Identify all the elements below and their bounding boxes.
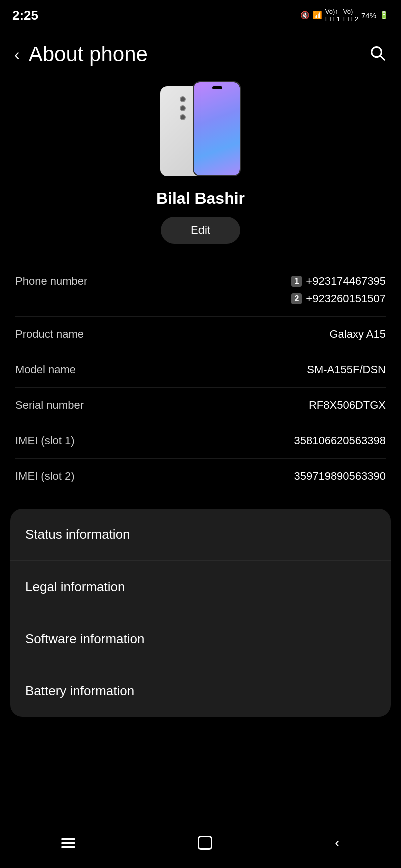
mute-icon: 🔇: [300, 11, 310, 20]
phone-image-area: Bilal Bashir Edit: [0, 76, 401, 254]
phone-front: [193, 81, 241, 176]
imei2-label: IMEI (slot 2): [15, 470, 183, 483]
sim1-badge: 1: [291, 276, 302, 287]
bottom-nav: ‹: [0, 823, 401, 868]
status-time: 2:25: [12, 8, 38, 23]
phone-numbers: 1 +923174467395 2 +923260151507: [291, 275, 386, 305]
recents-icon: [61, 838, 75, 848]
battery-level: 74%: [361, 11, 376, 20]
camera-dot-2: [180, 105, 186, 111]
product-name-value: Galaxy A15: [183, 328, 386, 341]
back-nav-button[interactable]: ‹: [320, 830, 354, 856]
info-row-imei2: IMEI (slot 2) 359719890563390: [15, 459, 386, 494]
status-icons: 🔇 📶 Vo)↑LTE1 Vo)LTE2 74% 🔋: [300, 8, 389, 23]
camera-dot-1: [180, 96, 186, 102]
product-name-label: Product name: [15, 328, 183, 341]
info-row-imei1: IMEI (slot 1) 358106620563398: [15, 423, 386, 459]
phone-graphic: [160, 81, 241, 181]
menu-item-status-label: Status information: [25, 527, 130, 542]
phone-screen: [194, 82, 240, 175]
info-row-serial: Serial number RF8X506DTGX: [15, 388, 386, 423]
info-row-model: Model name SM-A155F/DSN: [15, 352, 386, 388]
menu-item-legal[interactable]: Legal information: [10, 561, 391, 613]
signal-lte1-icon: Vo)↑LTE1: [325, 8, 340, 23]
status-bar: 2:25 🔇 📶 Vo)↑LTE1 Vo)LTE2 74% 🔋: [0, 0, 401, 28]
imei2-value: 359719890563390: [183, 470, 386, 483]
menu-item-battery[interactable]: Battery information: [10, 665, 391, 717]
signal-lte2-icon: Vo)LTE2: [343, 8, 358, 23]
back-nav-icon: ‹: [335, 835, 339, 851]
battery-icon: 🔋: [379, 11, 389, 20]
sim2-row: 2 +923260151507: [291, 292, 386, 305]
header: ‹ About phone: [0, 28, 401, 76]
info-section: Phone number 1 +923174467395 2 +92326015…: [0, 254, 401, 499]
info-row-product: Product name Galaxy A15: [15, 317, 386, 352]
wifi-icon: 📶: [313, 11, 322, 20]
recents-button[interactable]: [46, 833, 90, 853]
back-button[interactable]: ‹: [10, 44, 24, 64]
home-icon: [198, 836, 212, 850]
page-title: About phone: [29, 42, 148, 66]
svg-line-1: [380, 56, 384, 60]
menu-item-battery-label: Battery information: [25, 683, 134, 699]
menu-item-status[interactable]: Status information: [10, 509, 391, 561]
search-button[interactable]: [369, 44, 386, 65]
sim1-number: +923174467395: [306, 275, 386, 288]
sim2-badge: 2: [291, 293, 302, 304]
phone-number-label: Phone number: [15, 275, 291, 288]
info-row-phone: Phone number 1 +923174467395 2 +92326015…: [15, 264, 386, 317]
model-name-value: SM-A155F/DSN: [183, 363, 386, 376]
phone-notch: [212, 86, 222, 89]
device-name: Bilal Bashir: [156, 189, 245, 208]
header-left: ‹ About phone: [10, 42, 148, 66]
menu-item-legal-label: Legal information: [25, 579, 125, 595]
menu-item-software-label: Software information: [25, 631, 144, 647]
home-button[interactable]: [183, 831, 227, 855]
sim2-number: +923260151507: [306, 292, 386, 305]
serial-number-value: RF8X506DTGX: [183, 399, 386, 412]
menu-item-software[interactable]: Software information: [10, 613, 391, 665]
edit-button[interactable]: Edit: [161, 217, 240, 244]
imei1-label: IMEI (slot 1): [15, 434, 183, 447]
model-name-label: Model name: [15, 363, 183, 376]
camera-dot-3: [180, 114, 186, 120]
sim1-row: 1 +923174467395: [291, 275, 386, 288]
serial-number-label: Serial number: [15, 399, 183, 412]
menu-section: Status information Legal information Sof…: [10, 509, 391, 717]
imei1-value: 358106620563398: [183, 434, 386, 447]
